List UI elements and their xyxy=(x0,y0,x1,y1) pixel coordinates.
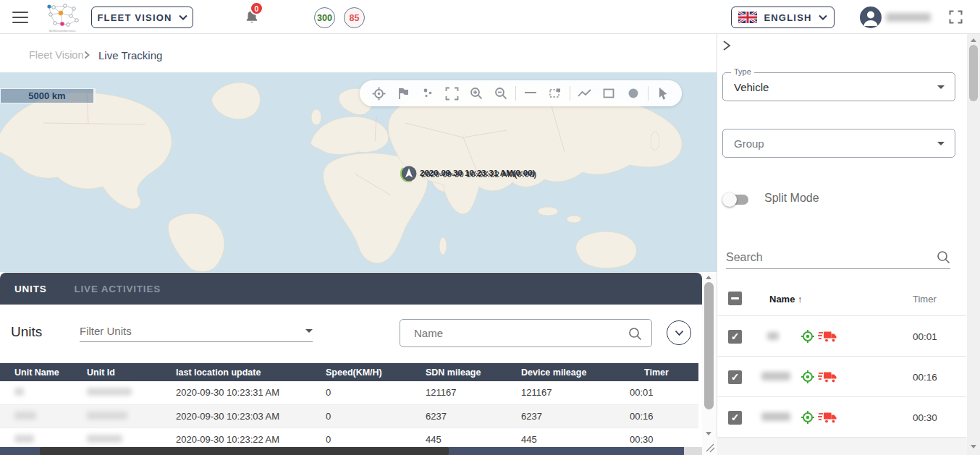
draw-rectangle-icon[interactable] xyxy=(599,83,619,103)
zoom-in-icon[interactable] xyxy=(466,83,486,103)
draw-circle-icon[interactable] xyxy=(623,83,643,103)
user-avatar[interactable] xyxy=(860,7,882,28)
col-sdn-mileage[interactable]: SDN mileage xyxy=(426,363,521,381)
truck-status-icon xyxy=(818,411,837,425)
split-mode-label: Split Mode xyxy=(764,192,819,205)
breadcrumb-parent[interactable]: Fleet Vision xyxy=(29,49,84,61)
pointer-icon[interactable] xyxy=(653,83,673,103)
scrollbar-corner xyxy=(684,447,702,455)
list-header-name[interactable]: Name ↑ xyxy=(769,294,803,305)
person-icon xyxy=(860,7,882,28)
col-timer[interactable]: Timer xyxy=(630,363,698,381)
toggle-thumb[interactable] xyxy=(722,192,737,207)
resize-grip-icon[interactable] xyxy=(704,441,715,453)
scroll-thumb[interactable] xyxy=(969,45,978,101)
toolbar-divider xyxy=(515,86,516,101)
filter-units-select[interactable]: Filter Units xyxy=(80,320,313,342)
toolbar-divider xyxy=(648,86,649,101)
scroll-up-arrow[interactable] xyxy=(971,38,976,42)
fullscreen-icon[interactable] xyxy=(949,10,963,24)
flag-icon[interactable] xyxy=(393,83,413,103)
vehicle-marker[interactable] xyxy=(400,165,418,182)
collapse-sidebar-chevron-icon[interactable] xyxy=(722,40,732,51)
map-scale: 5000 km xyxy=(0,88,96,103)
row-separator xyxy=(717,396,966,397)
type-select-label: Type xyxy=(731,67,754,76)
split-mode-toggle[interactable] xyxy=(725,195,748,205)
cell-last-update: 2020-09-30 10:23:03 AM xyxy=(176,404,326,428)
scroll-down-arrow[interactable] xyxy=(971,445,976,448)
scroll-thumb[interactable] xyxy=(40,447,449,455)
locate-icon[interactable] xyxy=(368,83,389,103)
col-speed[interactable]: Speed(KM/H) xyxy=(326,363,426,381)
cluster-icon[interactable] xyxy=(418,83,438,103)
chevron-down-icon xyxy=(937,142,945,145)
chevron-down-icon xyxy=(675,330,684,336)
sidebar-search-input[interactable] xyxy=(726,251,937,264)
row-checkbox[interactable]: ✓ xyxy=(728,330,742,344)
user-name-redacted xyxy=(886,13,931,22)
sort-ascending-arrow: ↑ xyxy=(798,294,803,305)
hamburger-menu-icon[interactable] xyxy=(12,8,28,27)
search-icon[interactable] xyxy=(628,327,642,341)
page-vertical-scrollbar[interactable] xyxy=(967,34,980,455)
chevron-down-icon xyxy=(819,14,827,20)
notifications-button[interactable]: 0 xyxy=(245,9,259,27)
cell-device-mileage: 121167 xyxy=(521,381,630,404)
cell-sdn-mileage: 6237 xyxy=(426,404,521,428)
fleet-vision-menu-button[interactable]: FLEET VISION xyxy=(91,7,193,28)
scroll-thumb[interactable] xyxy=(704,282,714,409)
search-icon[interactable] xyxy=(937,250,950,264)
select-area-icon[interactable] xyxy=(545,83,565,103)
row-timer: 00:01 xyxy=(913,331,937,342)
unit-name-search xyxy=(400,319,652,347)
list-header-timer[interactable]: Timer xyxy=(913,294,937,305)
unit-name-redacted xyxy=(14,412,36,420)
units-table: Unit Name Unit Id last location update S… xyxy=(0,363,698,451)
col-unit-name[interactable]: Unit Name xyxy=(0,363,87,381)
red-counter-badge[interactable]: 85 xyxy=(344,7,365,28)
unit-name-redacted xyxy=(767,332,779,340)
units-vertical-scrollbar[interactable] xyxy=(702,273,716,455)
type-select[interactable]: Vehicle xyxy=(722,72,955,101)
row-timer: 00:16 xyxy=(913,372,937,383)
zoom-out-icon[interactable] xyxy=(491,83,511,103)
row-separator xyxy=(717,315,966,316)
row-timer: 00:30 xyxy=(913,412,937,423)
chevron-down-icon xyxy=(305,329,313,333)
select-all-checkbox[interactable] xyxy=(728,292,742,305)
tab-units[interactable]: UNITS xyxy=(14,284,47,294)
toolbar-divider xyxy=(570,86,570,101)
cell-sdn-mileage: 121167 xyxy=(426,381,521,404)
language-selector-button[interactable]: ENGLISH xyxy=(731,7,835,28)
unit-name-search-input[interactable] xyxy=(400,320,651,346)
scroll-up-arrow[interactable] xyxy=(706,276,711,279)
col-unit-id[interactable]: Unit Id xyxy=(87,363,176,381)
unit-name-redacted xyxy=(14,435,34,443)
fullscreen-icon[interactable] xyxy=(442,83,462,103)
col-device-mileage[interactable]: Device mileage xyxy=(521,363,630,381)
table-row[interactable]: 2020-09-30 10:23:03 AM 0 6237 6237 00:16 xyxy=(0,404,698,428)
cell-device-mileage: 6237 xyxy=(521,404,630,428)
type-select-value: Vehicle xyxy=(734,81,769,93)
group-select[interactable]: Group xyxy=(722,129,955,158)
row-checkbox[interactable]: ✓ xyxy=(728,411,742,425)
truck-status-icon xyxy=(818,330,837,344)
row-checkbox[interactable]: ✓ xyxy=(728,370,742,384)
draw-polyline-icon[interactable] xyxy=(574,83,594,103)
unit-id-redacted xyxy=(87,435,122,443)
map-scale-label: 5000 km xyxy=(28,90,65,101)
gps-status-icon xyxy=(801,410,815,425)
tab-live-activities[interactable]: LIVE ACTIVITIES xyxy=(75,284,161,294)
scroll-down-arrow[interactable] xyxy=(706,432,711,435)
gps-status-icon xyxy=(801,370,815,384)
cell-speed: 0 xyxy=(326,404,426,428)
collapse-panel-button[interactable] xyxy=(667,320,691,345)
breadcrumb-current: Live Tracking xyxy=(98,49,162,61)
green-counter-badge[interactable]: 300 xyxy=(314,7,335,28)
units-horizontal-scrollbar[interactable] xyxy=(0,447,684,455)
table-row[interactable]: 2020-09-30 10:23:31 AM 0 121167 121167 0… xyxy=(0,381,698,404)
measure-line-icon[interactable] xyxy=(520,83,541,103)
cell-timer: 00:01 xyxy=(630,381,698,404)
col-last-location-update[interactable]: last location update xyxy=(176,363,326,381)
